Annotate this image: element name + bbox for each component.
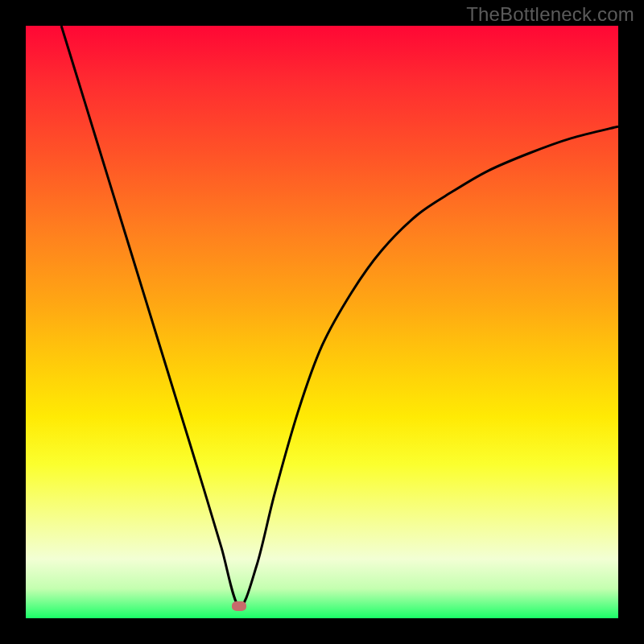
plot-gradient-background (26, 26, 618, 618)
optimal-point-marker (232, 601, 246, 611)
chart-stage: TheBottleneck.com (0, 0, 644, 644)
watermark-label: TheBottleneck.com (466, 3, 634, 26)
